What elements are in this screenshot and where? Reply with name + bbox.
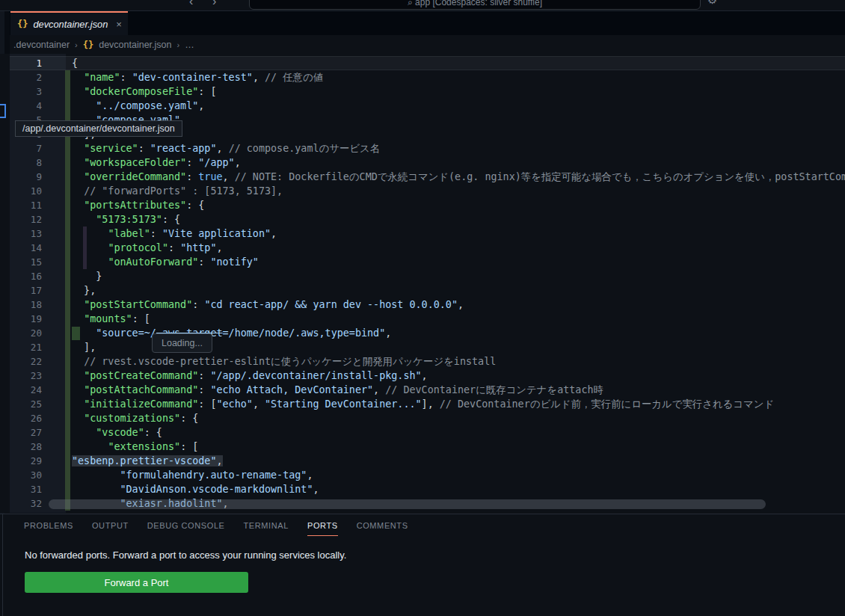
code-text: "extensions": [ — [72, 440, 198, 454]
code-line[interactable]: 1{ — [0, 56, 845, 70]
git-added-indicator — [65, 70, 70, 84]
code-line[interactable]: 11 "portsAttributes": { — [0, 198, 845, 212]
code-line[interactable]: 15 "onAutoForward": "notify" — [0, 255, 845, 269]
forward-a-port-button[interactable]: Forward a Port — [25, 572, 248, 593]
line-number: 4 — [9, 99, 42, 113]
panel-tab-ports[interactable]: PORTS — [307, 521, 338, 536]
chevron-right-icon: › — [176, 40, 179, 49]
json-file-icon: {} — [83, 40, 93, 50]
code-line[interactable]: 7 "service": "react-app", // compose.yam… — [0, 141, 845, 155]
code-line[interactable]: 27 "vscode": { — [0, 425, 845, 440]
breadcrumb-file[interactable]: devcontainer.json — [99, 40, 171, 50]
code-text: // rvest.vscode-prettier-eslintに使うパッケージと… — [72, 354, 496, 369]
code-text: { — [72, 56, 78, 70]
code-text: "portsAttributes": { — [72, 198, 204, 212]
code-line[interactable]: 17 }, — [0, 283, 845, 298]
git-added-indicator — [65, 340, 70, 354]
code-text: "mounts": [ — [72, 312, 150, 326]
code-line[interactable]: 21 ], — [0, 340, 845, 354]
code-line[interactable]: 2 "name": "dev-container-test", // 任意の値 — [0, 70, 845, 84]
code-line[interactable]: 22 // rvest.vscode-prettier-eslintに使うパッケ… — [0, 354, 845, 369]
navigate-back-icon[interactable]: ‹ — [189, 0, 193, 8]
git-added-indicator — [65, 255, 70, 269]
code-line[interactable]: 14 "protocol": "http", — [0, 241, 845, 255]
navigate-forward-icon[interactable]: › — [212, 0, 216, 8]
line-number: 17 — [9, 283, 42, 298]
line-number: 30 — [9, 468, 42, 482]
git-added-indicator — [65, 468, 70, 482]
code-line[interactable]: 10 // "forwardPorts" : [5173, 5173], — [0, 184, 845, 198]
git-added-indicator — [65, 141, 70, 155]
panel-tab-terminal[interactable]: TERMINAL — [244, 521, 289, 536]
code-line[interactable]: 30 "formulahendry.auto-rename-tag", — [0, 468, 845, 482]
git-added-indicator — [65, 283, 70, 298]
code-line[interactable]: 3 "dockerComposeFile": [ — [0, 84, 845, 99]
git-added-indicator — [65, 184, 70, 198]
code-line[interactable]: 9 "overrideCommand": true, // NOTE: Dock… — [0, 170, 845, 184]
panel-tab-debug-console[interactable]: DEBUG CONSOLE — [147, 521, 225, 536]
horizontal-scrollbar[interactable] — [49, 499, 766, 509]
git-added-indicator — [65, 326, 70, 340]
code-line[interactable]: 29"esbenp.prettier-vscode", — [0, 454, 845, 468]
vscode-window: ‹ › ⌕ app [Codespaces: silver shuffle] ⚙… — [0, 0, 845, 616]
breadcrumb-folder[interactable]: .devcontainer — [13, 40, 70, 50]
panel-tab-comments[interactable]: COMMENTS — [357, 521, 408, 536]
panel-tab-problems[interactable]: PROBLEMS — [24, 521, 73, 536]
git-added-indicator — [65, 482, 70, 496]
line-number: 24 — [9, 383, 42, 397]
git-added-indicator — [65, 99, 70, 113]
line-number: 31 — [9, 482, 42, 496]
command-center-label: ⌕ app [Codespaces: silver shuffle] — [250, 0, 700, 7]
line-number: 3 — [9, 84, 42, 99]
code-line[interactable]: 23 "postCreateCommand": "/app/.devcontai… — [0, 369, 845, 383]
line-number: 10 — [9, 184, 42, 198]
code-line[interactable]: 31 "DavidAnson.vscode-markdownlint", — [0, 482, 845, 496]
tab-close-icon[interactable]: × — [116, 19, 122, 30]
code-text: "5173:5173": { — [72, 212, 180, 227]
git-added-indicator — [65, 227, 70, 241]
line-number: 13 — [9, 227, 42, 241]
chevron-right-icon: › — [75, 40, 78, 49]
code-line[interactable]: 20 "source=~/.aws,target=/home/node/.aws… — [0, 326, 845, 340]
code-text: ], — [72, 340, 96, 354]
code-line[interactable]: 4 "../compose.yaml", — [0, 99, 845, 113]
line-number: 19 — [9, 312, 42, 326]
code-line[interactable]: 16 } — [0, 269, 845, 283]
panel-left-border — [2, 514, 3, 616]
settings-gear-icon[interactable]: ⚙ — [707, 0, 717, 7]
code-text: "postCreateCommand": "/app/.devcontainer… — [72, 369, 428, 383]
line-number: 16 — [9, 269, 42, 283]
git-added-indicator — [65, 155, 70, 170]
tab-title: devcontainer.json — [33, 19, 108, 30]
code-line[interactable]: 26 "customizations": { — [0, 411, 845, 425]
git-added-indicator — [65, 269, 70, 283]
code-line[interactable]: 8 "workspaceFolder": "/app", — [0, 155, 845, 170]
git-added-indicator — [65, 397, 70, 411]
code-line[interactable]: 25 "initializeCommand": ["echo", "Starti… — [0, 397, 845, 411]
sash-focus-indicator[interactable] — [0, 104, 6, 118]
git-added-indicator — [65, 425, 70, 440]
line-number: 21 — [9, 340, 42, 354]
git-added-indicator — [65, 369, 70, 383]
line-number: 14 — [9, 241, 42, 255]
code-line[interactable]: 28 "extensions": [ — [0, 440, 845, 454]
code-line[interactable]: 18 "postStartCommand": "cd react-app/ &&… — [0, 298, 845, 312]
bottom-panel: PROBLEMSOUTPUTDEBUG CONSOLETERMINALPORTS… — [0, 514, 845, 616]
code-line[interactable]: 24 "postAttachCommand": "echo Attach, De… — [0, 383, 845, 397]
editor-tab-bar: {} devcontainer.json × — [10, 11, 845, 35]
code-line[interactable]: 13 "label": "Vite application", — [0, 227, 845, 241]
line-number: 12 — [9, 212, 42, 227]
code-text: }, — [72, 283, 96, 298]
panel-tab-output[interactable]: OUTPUT — [92, 521, 129, 536]
line-number: 1 — [9, 56, 42, 70]
breadcrumb-symbol[interactable]: … — [185, 40, 194, 50]
command-center[interactable]: ⌕ app [Codespaces: silver shuffle] — [249, 0, 701, 10]
tab-devcontainer-json[interactable]: {} devcontainer.json × — [10, 11, 128, 35]
git-added-indicator — [65, 212, 70, 227]
code-text: "label": "Vite application", — [72, 227, 277, 241]
code-text: "DavidAnson.vscode-markdownlint", — [72, 482, 319, 496]
code-line[interactable]: 12 "5173:5173": { — [0, 212, 845, 227]
code-text: "customizations": { — [72, 411, 198, 425]
code-line[interactable]: 19 "mounts": [ — [0, 312, 845, 326]
code-text: "vscode": { — [72, 425, 162, 440]
